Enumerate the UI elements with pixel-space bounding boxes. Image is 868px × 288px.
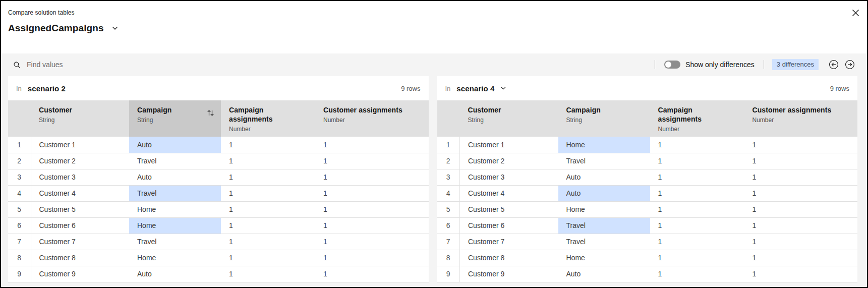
in-label: In xyxy=(16,85,22,92)
customer-cell: Customer 7 xyxy=(460,234,558,250)
customer-cell: Customer 4 xyxy=(460,185,558,201)
column-header-campaign-sorted[interactable]: Campaign String xyxy=(129,100,221,137)
campaign-cell: Travel xyxy=(129,185,221,201)
customer-cell: Customer 2 xyxy=(460,153,558,169)
customer-assignments-cell: 1 xyxy=(744,217,858,234)
table-row: 6Customer 6Travel11 xyxy=(437,217,858,234)
table-row: 2Customer 2Travel11 xyxy=(8,153,429,169)
customer-assignments-cell: 1 xyxy=(315,266,429,282)
row-number-cell: 3 xyxy=(437,169,460,185)
table-row: 5Customer 5Home11 xyxy=(8,201,429,217)
scenario-name: scenario 4 xyxy=(456,84,494,93)
row-number-header xyxy=(8,100,31,137)
customer-cell: Customer 9 xyxy=(460,266,558,282)
customer-assignments-cell: 1 xyxy=(315,217,429,234)
row-number-header xyxy=(437,100,460,137)
solution-table-selector-label: AssignedCampaigns xyxy=(8,23,104,34)
table-row: 7Customer 7Travel11 xyxy=(8,234,429,250)
campaign-cell: Auto xyxy=(558,169,650,185)
sort-arrows-vertical-icon xyxy=(206,108,215,118)
customer-assignments-cell: 1 xyxy=(315,153,429,169)
table-row: 1Customer 1Home11 xyxy=(437,137,858,153)
table-row: 2Customer 2Travel11 xyxy=(437,153,858,169)
column-header-campaign-assignments: Campaign assignments Number xyxy=(221,100,315,137)
row-number-cell: 1 xyxy=(437,137,460,153)
solution-table-selector[interactable]: AssignedCampaigns xyxy=(8,23,119,34)
show-only-differences-label: Show only differences xyxy=(685,61,755,69)
arrow-right-circle-icon xyxy=(845,60,855,70)
campaign-assignments-cell: 1 xyxy=(650,234,744,250)
row-number-cell: 7 xyxy=(8,234,31,250)
table-row: 1Customer 1Auto11 xyxy=(8,137,429,153)
differences-count-badge: 3 differences xyxy=(772,59,819,70)
close-button[interactable] xyxy=(847,4,864,21)
campaign-cell: Home xyxy=(129,217,221,234)
campaign-cell: Travel xyxy=(558,153,650,169)
show-only-differences-toggle[interactable] xyxy=(664,61,680,69)
campaign-assignments-cell: 1 xyxy=(650,169,744,185)
row-number-cell: 7 xyxy=(437,234,460,250)
previous-difference-button[interactable] xyxy=(827,57,841,72)
campaign-cell: Travel xyxy=(558,217,650,234)
campaign-assignments-cell: 1 xyxy=(221,201,315,217)
customer-cell: Customer 5 xyxy=(31,201,129,217)
campaign-cell: Auto xyxy=(129,266,221,282)
customer-cell: Customer 9 xyxy=(31,266,129,282)
row-number-cell: 2 xyxy=(437,153,460,169)
compare-body: Show only differences 3 differences xyxy=(1,53,867,286)
scenario-selector[interactable]: scenario 4 xyxy=(456,84,506,93)
campaign-cell: Home xyxy=(129,201,221,217)
campaign-assignments-cell: 1 xyxy=(650,201,744,217)
customer-assignments-cell: 1 xyxy=(744,169,858,185)
scenario-panels: In scenario 2 9 rows Customer String xyxy=(1,76,867,282)
divider xyxy=(764,60,764,69)
row-number-cell: 3 xyxy=(8,169,31,185)
customer-cell: Customer 4 xyxy=(31,185,129,201)
customer-assignments-cell: 1 xyxy=(744,153,858,169)
scenario-name: scenario 2 xyxy=(28,84,66,93)
table-row: 3Customer 3Auto11 xyxy=(437,169,858,185)
customer-assignments-cell: 1 xyxy=(744,266,858,282)
customer-cell: Customer 1 xyxy=(31,137,129,153)
campaign-cell: Home xyxy=(558,250,650,266)
customer-cell: Customer 5 xyxy=(460,201,558,217)
customer-assignments-cell: 1 xyxy=(315,250,429,266)
column-header-customer: Customer String xyxy=(31,100,129,137)
row-number-cell: 4 xyxy=(8,185,31,201)
modal-title: Compare solution tables xyxy=(1,1,867,16)
campaign-cell: Home xyxy=(558,201,650,217)
campaign-cell: Auto xyxy=(558,185,650,201)
row-count: 9 rows xyxy=(401,85,420,92)
chevron-down-icon xyxy=(500,85,507,92)
customer-assignments-cell: 1 xyxy=(315,234,429,250)
row-number-cell: 6 xyxy=(8,217,31,234)
toggle-knob xyxy=(665,62,671,68)
customer-cell: Customer 1 xyxy=(460,137,558,153)
campaign-assignments-cell: 1 xyxy=(650,137,744,153)
row-count: 9 rows xyxy=(830,85,849,92)
column-header-customer-assignments: Customer assignments Number xyxy=(315,100,429,137)
customer-cell: Customer 6 xyxy=(31,217,129,234)
row-number-cell: 8 xyxy=(437,250,460,266)
campaign-assignments-cell: 1 xyxy=(650,266,744,282)
customer-cell: Customer 3 xyxy=(31,169,129,185)
panel-header: In scenario 2 9 rows xyxy=(8,76,429,100)
campaign-assignments-cell: 1 xyxy=(221,234,315,250)
search-icon xyxy=(13,61,21,69)
campaign-assignments-cell: 1 xyxy=(221,266,315,282)
search-input[interactable] xyxy=(27,61,239,69)
next-difference-button[interactable] xyxy=(843,57,857,72)
campaign-assignments-cell: 1 xyxy=(221,169,315,185)
table-row: 5Customer 5Home11 xyxy=(437,201,858,217)
campaign-cell: Auto xyxy=(129,137,221,153)
table-row: 9Customer 9Auto11 xyxy=(8,266,429,282)
campaign-assignments-cell: 1 xyxy=(650,250,744,266)
campaign-cell: Auto xyxy=(558,266,650,282)
table-row: 9Customer 9Auto11 xyxy=(437,266,858,282)
arrow-left-circle-icon xyxy=(829,60,839,70)
campaign-assignments-cell: 1 xyxy=(650,153,744,169)
table-row: 7Customer 7Travel11 xyxy=(437,234,858,250)
solution-table: Customer String Campaign String Campaign… xyxy=(437,100,858,282)
campaign-assignments-cell: 1 xyxy=(221,137,315,153)
customer-cell: Customer 6 xyxy=(460,217,558,234)
